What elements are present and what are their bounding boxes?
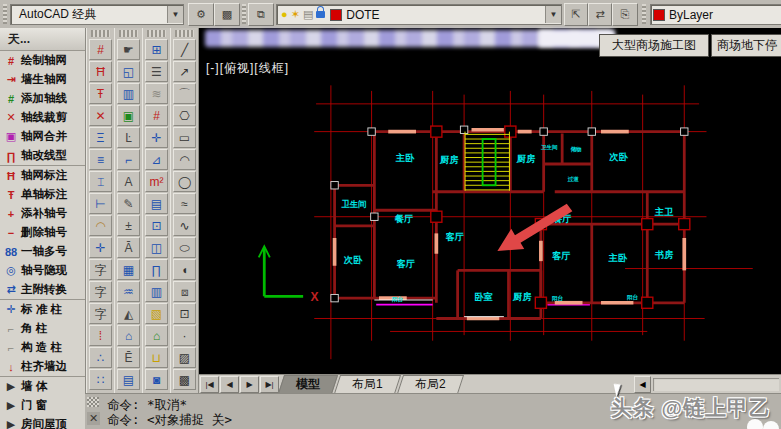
abc-button[interactable]: Ā xyxy=(117,237,140,258)
tab-nav-button[interactable]: ▶ xyxy=(240,376,259,393)
table-button[interactable]: ▦ xyxy=(117,259,140,280)
layer-states-button[interactable]: ⎘ xyxy=(612,3,638,26)
workspace-switch-button[interactable]: ▩ xyxy=(214,3,240,26)
palette-item[interactable]: #绘制轴网 xyxy=(0,51,85,70)
text-para-button[interactable]: 字 xyxy=(89,303,112,324)
wall-merge-button[interactable]: Ξ xyxy=(89,127,112,148)
door-win-button[interactable]: ⊞ xyxy=(145,39,168,60)
palette-item[interactable]: ✛标 准 柱 xyxy=(0,299,85,319)
palette-item[interactable]: ✕轴线裁剪 xyxy=(0,108,85,127)
toolbar-grip[interactable] xyxy=(175,30,194,37)
eraser-button[interactable]: ⊔ xyxy=(145,347,168,368)
win-table-button[interactable]: ☰ xyxy=(145,61,168,82)
window2-button[interactable]: ▥ xyxy=(145,281,168,302)
scrollbar-track[interactable] xyxy=(653,378,779,391)
palette-item[interactable]: 88一轴多号 xyxy=(0,242,85,261)
gradient-button[interactable]: ▩ xyxy=(173,369,196,390)
pick-button[interactable]: ☛ xyxy=(117,39,140,60)
palette-item[interactable]: #添加轴线 xyxy=(0,89,85,108)
make-layer-current-button[interactable]: ⇱ xyxy=(564,3,588,26)
text-edit-button[interactable]: 字 xyxy=(89,281,112,302)
dim-two-button[interactable]: ∴ xyxy=(89,347,112,368)
spline-button[interactable]: ∿ xyxy=(173,215,196,236)
workspace-settings-button[interactable]: ⚙ xyxy=(188,3,214,26)
single-axis-button[interactable]: Ŧ xyxy=(89,83,112,104)
palette-item[interactable]: ⌐角 柱 xyxy=(0,319,85,338)
circle-button[interactable]: ◯ xyxy=(173,171,196,192)
room-button[interactable]: ⊡ xyxy=(145,215,168,236)
palette-item[interactable]: ▣轴网合并 xyxy=(0,127,85,146)
mail-button[interactable]: ▧ xyxy=(145,303,168,324)
workspace-combo[interactable]: AutoCAD 经典 ▼ xyxy=(10,4,184,25)
make-block-button[interactable]: ⊡ xyxy=(173,303,196,324)
toolbar-grip[interactable] xyxy=(119,30,138,37)
view-box-button[interactable]: ▣ xyxy=(117,105,140,126)
revcloud-button[interactable]: ≈ xyxy=(173,193,196,214)
pline-button[interactable]: ⌒ xyxy=(173,83,196,104)
door-button[interactable]: ∏ xyxy=(145,259,168,280)
palette-item[interactable]: −删除轴号 xyxy=(0,223,85,242)
roof-button[interactable]: ⌂ xyxy=(117,325,140,346)
chevron-down-icon[interactable]: ▼ xyxy=(167,6,183,23)
dim-node-button[interactable]: ∷ xyxy=(89,369,112,390)
insert-block-button[interactable]: ⧈ xyxy=(173,281,196,302)
stamp2-button[interactable]: ⌂ xyxy=(145,325,168,346)
tab-模型[interactable]: 模型 xyxy=(278,375,338,394)
palette-item[interactable]: ↓柱齐墙边 xyxy=(0,357,85,376)
cross-col-button[interactable]: ✛ xyxy=(145,127,168,148)
tab-nav-button[interactable]: ▶| xyxy=(260,376,279,393)
toolbar-grip[interactable] xyxy=(3,4,7,24)
ellipse-button[interactable]: ⬭ xyxy=(173,237,196,258)
palette-item[interactable]: ◎轴号隐现 xyxy=(0,261,85,280)
wall-line-button[interactable]: ≡ xyxy=(89,149,112,170)
palette-item[interactable]: ⌐构 造 柱 xyxy=(0,338,85,357)
palette-item[interactable]: Ŧ单轴标注 xyxy=(0,185,85,204)
layer-properties-button[interactable]: ⧉ xyxy=(248,3,274,26)
bulb-icon[interactable]: ● xyxy=(281,9,288,20)
axis-clip-button[interactable]: ✕ xyxy=(89,105,112,126)
wall-align-button[interactable]: ⊢ xyxy=(89,193,112,214)
color-combo[interactable]: ByLayer xyxy=(650,4,781,25)
text-style-button[interactable]: 字 xyxy=(89,259,112,280)
axis-grid-button[interactable]: # xyxy=(89,39,112,60)
tab-nav-button[interactable]: ◀ xyxy=(220,376,239,393)
pencil-button[interactable]: ✎ xyxy=(117,193,140,214)
layers3-button[interactable]: ≋ xyxy=(145,83,168,104)
layer-combo[interactable]: ● ✶ ▤ DOTE ▼ xyxy=(276,4,562,25)
palette-item[interactable]: ▶房间屋顶 xyxy=(0,415,85,429)
wall-base-button[interactable]: ⌶ xyxy=(89,171,112,192)
ellipse-arc-button[interactable]: ◖ xyxy=(173,259,196,280)
toolbar-grip[interactable] xyxy=(242,4,246,24)
palette-item[interactable]: ▶墙 体 xyxy=(0,376,85,396)
hatch-button[interactable]: ▨ xyxy=(173,347,196,368)
tab-布局2[interactable]: 布局2 xyxy=(397,375,464,394)
balcony-button[interactable]: ◫ xyxy=(145,237,168,258)
arc-button[interactable]: ◠ xyxy=(173,149,196,170)
palette-item[interactable]: ▶门 窗 xyxy=(0,396,85,415)
zoom-button[interactable]: ◱ xyxy=(117,61,140,82)
palette-item[interactable]: ∏轴改线型 xyxy=(0,146,85,165)
chevron-down-icon[interactable]: ▼ xyxy=(545,6,561,23)
close-icon[interactable]: ✕ xyxy=(87,412,100,425)
column-button[interactable]: ✛ xyxy=(89,237,112,258)
leader-button[interactable]: A xyxy=(117,171,140,192)
command-grip[interactable] xyxy=(87,397,99,407)
slope-button[interactable]: ◭ xyxy=(117,303,140,324)
scroll-left-button[interactable]: ◀ xyxy=(634,376,651,393)
level-button[interactable]: Ē xyxy=(117,347,140,368)
xline-button[interactable]: ↗ xyxy=(173,61,196,82)
sun-icon[interactable]: ✶ xyxy=(291,9,300,20)
stamp-button[interactable]: ▤ xyxy=(117,369,140,390)
arc-wall-button[interactable]: ◠ xyxy=(89,215,112,236)
line-button[interactable]: ╱ xyxy=(173,39,196,60)
toolbar-grip[interactable] xyxy=(642,4,646,24)
rect-button[interactable]: ▭ xyxy=(173,127,196,148)
area-button[interactable]: m² xyxy=(145,171,168,192)
area-table-button[interactable]: ▤ xyxy=(145,193,168,214)
wave-button[interactable]: ♒ xyxy=(117,281,140,302)
polygon-button[interactable]: ⎔ xyxy=(173,105,196,126)
point-button[interactable]: · xyxy=(173,325,196,346)
palette-item[interactable]: ⇥墙生轴网 xyxy=(0,70,85,89)
layer-color-swatch[interactable] xyxy=(330,9,342,21)
drawing-canvas[interactable]: 大型商场施工图商场地下停 [-][俯视][线框] 主卧厨房厨房卫生间餐厅次卧客厅… xyxy=(199,28,781,374)
